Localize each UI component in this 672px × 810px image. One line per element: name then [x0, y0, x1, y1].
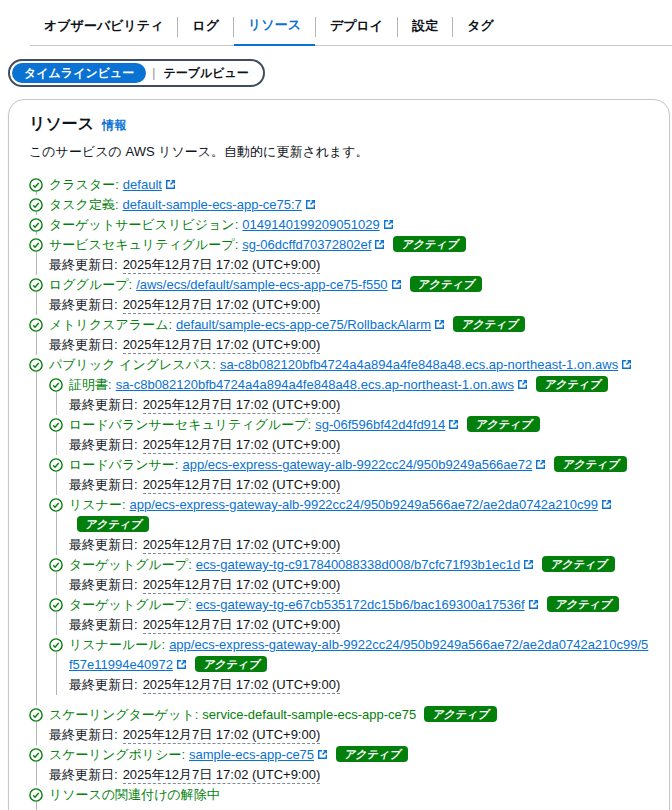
resource-link[interactable]: default — [123, 177, 162, 192]
resource-timeline: クラスター:default タスク定義:default-sample-ecs-a… — [29, 175, 649, 810]
success-check-icon — [49, 558, 63, 572]
external-link-icon[interactable] — [165, 175, 176, 195]
timeline-item-scaling-target: スケーリングターゲット:service-default-sample-ecs-a… — [29, 705, 649, 745]
resource-link[interactable]: sample-ecs-app-ce75 — [189, 747, 314, 762]
resource-link[interactable]: default-sample-ecs-app-ce75:7 — [123, 197, 302, 212]
table-view-button[interactable]: テーブルビュー — [157, 61, 260, 86]
external-link-icon[interactable] — [601, 495, 612, 515]
resource-label: リソースの関連付けの解除中 — [49, 787, 220, 802]
last-updated: 最終更新日:2025年12月7日 17:02 (UTC+9:00) — [69, 475, 649, 495]
timestamp: 2025年12月7日 17:02 (UTC+9:00) — [143, 437, 341, 454]
external-link-icon[interactable] — [305, 195, 316, 215]
resource-link[interactable]: sa-c8b082120bfb4724a4a894a4fe848a48.ecs.… — [116, 377, 514, 392]
timestamp: 2025年12月7日 17:02 (UTC+9:00) — [123, 727, 321, 744]
timestamp: 2025年12月7日 17:02 (UTC+9:00) — [143, 677, 341, 694]
timeline-item-listener-rule: リスナールール:app/ecs-express-gateway-alb-9922… — [49, 635, 649, 695]
status-badge-active: アクティブ — [393, 236, 465, 252]
timeline-item-target-service-revision: ターゲットサービスリビジョン:0149140199209051029 — [29, 215, 649, 235]
timeline-item-listener: リスナー:app/ecs-express-gateway-alb-9922cc2… — [49, 495, 649, 555]
external-link-icon[interactable] — [535, 455, 546, 475]
resource-link[interactable]: default/sample-ecs-app-ce75/RollbackAlar… — [176, 317, 431, 332]
external-link-icon[interactable] — [383, 215, 394, 235]
timeline-item-service-security-group: サービスセキュリティグループ:sg-06dcffd70372802efアクティブ… — [29, 235, 649, 275]
resources-panel: リソース 情報 このサービスの AWS リソース。自動的に更新されます。 クラス… — [8, 99, 670, 810]
timestamp: 2025年12月7日 17:02 (UTC+9:00) — [143, 477, 341, 494]
resource-label: 証明書: — [69, 377, 112, 392]
resource-label: ロググループ: — [49, 277, 132, 292]
timeline-item-task-definition: タスク定義:default-sample-ecs-app-ce75:7 — [29, 195, 649, 215]
resource-value: service-default-sample-ecs-app-ce75 — [202, 707, 416, 722]
success-check-icon — [49, 378, 63, 392]
tab-deploy[interactable]: デプロイ — [316, 11, 397, 45]
timestamp: 2025年12月7日 17:02 (UTC+9:00) — [143, 577, 341, 594]
timeline-item-log-group: ロググループ:/aws/ecs/default/sample-ecs-app-c… — [29, 275, 649, 315]
external-link-icon[interactable] — [621, 355, 632, 375]
resource-link[interactable]: ecs-gateway-tg-c917840088338d008/b7cfc71… — [196, 557, 521, 572]
resource-link[interactable]: app/ecs-express-gateway-alb-9922cc24/950… — [130, 497, 598, 512]
timeline-item-public-ingress-path: パブリック イングレスパス:sa-c8b082120bfb4724a4a894a… — [29, 355, 649, 705]
tab-logs[interactable]: ログ — [178, 11, 233, 45]
resource-link[interactable]: app/ecs-express-gateway-alb-9922cc24/950… — [182, 457, 532, 472]
resource-link[interactable]: ecs-gateway-tg-e67cb535172dc15b6/bac1693… — [196, 597, 525, 612]
resource-link[interactable]: 0149140199209051029 — [242, 217, 379, 232]
timestamp: 2025年12月7日 17:02 (UTC+9:00) — [123, 257, 321, 274]
status-badge-active: アクティブ — [554, 456, 626, 472]
external-link-icon[interactable] — [517, 375, 528, 395]
status-badge-active: アクティブ — [410, 276, 482, 292]
timeline-view-button[interactable]: タイムラインビュー — [12, 63, 146, 83]
resource-label: スケーリングターゲット: — [49, 707, 198, 722]
success-check-icon — [29, 708, 43, 722]
external-link-icon[interactable] — [528, 595, 539, 615]
resource-label: サービスセキュリティグループ: — [49, 237, 238, 252]
resource-label: ターゲットグループ: — [69, 557, 192, 572]
timeline-item-load-balancer: ロードバランサー:app/ecs-express-gateway-alb-992… — [49, 455, 649, 495]
info-link[interactable]: 情報 — [102, 117, 126, 134]
status-badge-active: アクティブ — [536, 376, 608, 392]
tab-bar: オブザーバビリティ ログ リソース デプロイ 設定 タグ — [30, 0, 672, 46]
success-check-icon — [29, 198, 43, 212]
status-badge-active: アクティブ — [195, 656, 267, 672]
timestamp: 2025年12月7日 17:02 (UTC+9:00) — [143, 617, 341, 634]
last-updated: 最終更新日:2025年12月7日 17:02 (UTC+9:00) — [69, 615, 649, 635]
last-updated: 最終更新日:2025年12月7日 17:02 (UTC+9:00) — [69, 535, 649, 555]
last-updated: 最終更新日:2025年12月7日 17:02 (UTC+9:00) — [49, 255, 649, 275]
status-badge-active: アクティブ — [467, 416, 539, 432]
resource-link[interactable]: /aws/ecs/default/sample-ecs-app-ce75-f55… — [136, 277, 387, 292]
success-check-icon — [49, 498, 63, 512]
view-toggle-group: タイムラインビュー | テーブルビュー — [8, 59, 265, 87]
panel-title: リソース — [29, 114, 94, 135]
tab-resources[interactable]: リソース — [234, 10, 315, 46]
last-updated: 最終更新日:2025年12月7日 17:02 (UTC+9:00) — [49, 295, 649, 315]
tab-tags[interactable]: タグ — [453, 11, 508, 45]
resource-link[interactable]: sa-c8b082120bfb4724a4a894a4fe848a48.ecs.… — [220, 357, 618, 372]
resource-label: ターゲットグループ: — [69, 597, 192, 612]
tab-observability[interactable]: オブザーバビリティ — [30, 11, 177, 45]
last-updated: 最終更新日:2025年12月7日 17:02 (UTC+9:00) — [49, 725, 649, 745]
tab-settings[interactable]: 設定 — [398, 11, 452, 45]
last-updated: 最終更新日:2025年12月7日 17:02 (UTC+9:00) — [69, 435, 649, 455]
timeline-item-metric-alarm: メトリクスアラーム:default/sample-ecs-app-ce75/Ro… — [29, 315, 649, 355]
resource-link[interactable]: sg-06dcffd70372802ef — [242, 237, 371, 252]
resource-label: スケーリングポリシー: — [49, 747, 185, 762]
resource-label: パブリック イングレスパス: — [49, 357, 216, 372]
timestamp: 2025年12月7日 17:02 (UTC+9:00) — [123, 767, 321, 784]
last-updated: 最終更新日:2025年12月7日 17:02 (UTC+9:00) — [49, 335, 649, 355]
external-link-icon[interactable] — [317, 745, 328, 765]
panel-description: このサービスの AWS リソース。自動的に更新されます。 — [29, 143, 649, 161]
resource-link[interactable]: sg-06f596bf42d4fd914 — [315, 417, 445, 432]
external-link-icon[interactable] — [523, 555, 534, 575]
status-badge-active: アクティブ — [453, 316, 525, 332]
external-link-icon[interactable] — [448, 415, 459, 435]
external-link-icon[interactable] — [374, 235, 385, 255]
external-link-icon[interactable] — [434, 315, 445, 335]
status-badge-active: アクティブ — [542, 556, 614, 572]
external-link-icon[interactable] — [176, 655, 187, 675]
timeline-item-lb-security-group: ロードバランサーセキュリティグループ:sg-06f596bf42d4fd914ア… — [49, 415, 649, 455]
resource-label: ロードバランサー: — [69, 457, 178, 472]
external-link-icon[interactable] — [391, 275, 402, 295]
status-badge-active: アクティブ — [77, 516, 149, 532]
success-check-icon — [29, 358, 43, 372]
timestamp: 2025年12月7日 17:02 (UTC+9:00) — [123, 297, 321, 314]
resource-label: ロードバランサーセキュリティグループ: — [69, 417, 311, 432]
resource-label: リスナールール: — [69, 637, 165, 652]
